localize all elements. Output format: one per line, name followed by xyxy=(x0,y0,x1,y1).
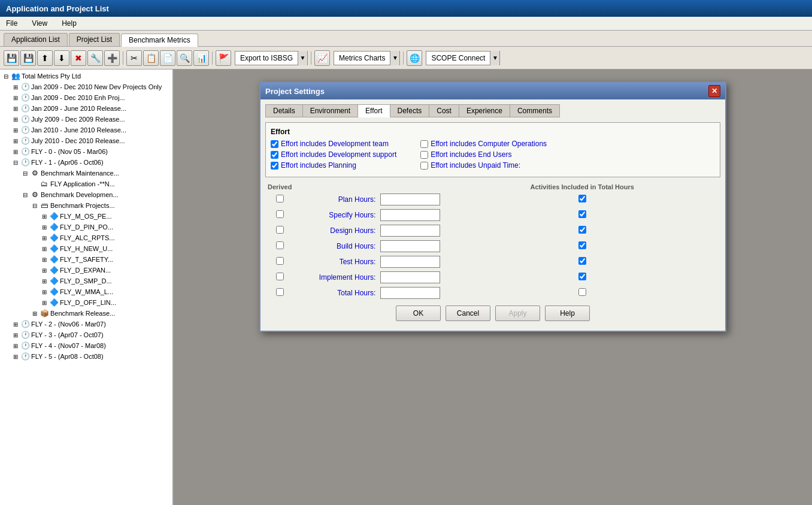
tree-expand[interactable]: ⊟ xyxy=(22,191,29,198)
list-item[interactable]: ⊞ 🕐 FLY - 5 - (Apr08 - Oct08) xyxy=(11,351,171,362)
tree-expand[interactable]: ⊞ xyxy=(12,94,19,101)
list-item[interactable]: ⊞ 🔷 FLY_ALC_RPTS... xyxy=(40,232,171,243)
list-item[interactable]: ⊞ 🕐 FLY - 2 - (Nov06 - Mar07) xyxy=(11,319,171,329)
tab-project-list[interactable]: Project List xyxy=(69,33,120,46)
toolbar-btn-flag[interactable]: 🚩 xyxy=(216,50,231,66)
scope-dropdown[interactable]: SCOPE Connect ▼ xyxy=(426,51,500,65)
apply-button[interactable]: Apply xyxy=(495,306,540,321)
list-item[interactable]: ⊞ 🔷 FLY_M_OS_PE... xyxy=(40,211,171,222)
toolbar-btn-copy[interactable]: 📋 xyxy=(143,50,159,66)
derived-check-3[interactable] xyxy=(276,241,284,249)
export-arrow[interactable]: ▼ xyxy=(298,51,307,65)
tree-expand[interactable]: ⊞ xyxy=(12,331,19,338)
tree-expand[interactable]: ⊞ xyxy=(12,137,19,144)
checkbox-dev-support[interactable] xyxy=(271,151,278,159)
tree-expand[interactable]: ⊞ xyxy=(12,148,19,155)
list-item[interactable]: ⊟ ⚙ Benchmark Developmen... xyxy=(20,189,171,200)
list-item[interactable]: ⊞ 🕐 Jan 2010 - June 2010 Release... xyxy=(11,125,171,135)
tree-expand[interactable]: ⊟ xyxy=(31,202,38,209)
act-check-2[interactable] xyxy=(578,226,586,234)
list-item[interactable]: ⊞ 🔷 FLY_D_PIN_PO... xyxy=(40,222,171,232)
tree-expand-root[interactable]: ⊟ xyxy=(2,72,10,80)
list-item[interactable]: ⊞ 📦 Benchmark Release... xyxy=(30,308,171,319)
tab-comments[interactable]: Comments xyxy=(510,104,560,117)
toolbar-btn-metrics-icon[interactable]: 📈 xyxy=(314,50,330,66)
derived-check-4[interactable] xyxy=(276,257,284,265)
hours-input-0[interactable]: 0 xyxy=(380,193,440,205)
tab-effort[interactable]: Effort xyxy=(358,104,390,117)
ok-button[interactable]: OK xyxy=(396,306,441,321)
tree-expand[interactable]: ⊟ xyxy=(22,170,29,177)
list-item[interactable]: ⊞ 🔷 FLY_H_NEW_U... xyxy=(40,243,171,254)
toolbar-btn-delete[interactable]: ✖ xyxy=(71,50,86,66)
scope-arrow[interactable]: ▼ xyxy=(490,51,499,65)
list-item[interactable]: ⊞ 🕐 Jan 2009 - Dec 2010 New Dev Projects… xyxy=(11,81,171,92)
tree-expand[interactable]: ⊞ xyxy=(12,116,19,123)
export-dropdown[interactable]: Export to ISBSG ▼ xyxy=(235,51,308,65)
toolbar-btn-up[interactable]: ⬆ xyxy=(37,50,53,66)
list-item[interactable]: ⊞ 🔷 FLY_D_SMP_D... xyxy=(40,276,171,286)
hours-input-2[interactable]: 450 xyxy=(380,225,440,237)
tree-expand[interactable]: ⊞ xyxy=(12,342,19,349)
toolbar-btn-save2[interactable]: 💾 xyxy=(20,50,36,66)
toolbar-btn-scope-icon[interactable]: 🌐 xyxy=(407,50,422,66)
menu-view[interactable]: View xyxy=(29,18,50,29)
list-item[interactable]: 🗂 FLY Application -**N... xyxy=(30,179,171,189)
tab-application-list[interactable]: Application List xyxy=(4,33,68,46)
toolbar-btn-add[interactable]: ➕ xyxy=(104,50,120,66)
hours-input-5[interactable]: 1 xyxy=(380,271,440,283)
checkbox-dev-team[interactable] xyxy=(271,140,278,148)
list-item[interactable]: ⊞ 🕐 FLY - 4 - (Nov07 - Mar08) xyxy=(11,340,171,351)
tree-expand[interactable]: ⊞ xyxy=(41,256,48,263)
cancel-button[interactable]: Cancel xyxy=(446,306,490,321)
list-item[interactable]: ⊞ 🕐 FLY - 3 - (Apr07 - Oct07) xyxy=(11,329,171,340)
checkbox-unpaid-time[interactable] xyxy=(420,162,428,170)
act-check-5[interactable] xyxy=(578,273,586,280)
checkbox-computer-ops[interactable] xyxy=(420,140,428,148)
list-item[interactable]: ⊞ 🕐 FLY - 0 - (Nov 05 - Mar06) xyxy=(11,146,171,157)
derived-check-5[interactable] xyxy=(276,273,284,280)
toolbar-btn-search[interactable]: 🔍 xyxy=(177,50,192,66)
act-check-6[interactable] xyxy=(578,288,586,296)
list-item[interactable]: ⊞ 🕐 Jan 2009 - June 2010 Release... xyxy=(11,103,171,114)
menu-file[interactable]: File xyxy=(4,18,20,29)
tree-expand[interactable]: ⊞ xyxy=(12,83,19,90)
derived-check-1[interactable] xyxy=(276,210,284,218)
tree-expand[interactable]: ⊞ xyxy=(41,267,48,274)
tree-expand[interactable]: ⊟ xyxy=(12,159,19,166)
tree-expand[interactable]: ⊞ xyxy=(41,245,48,252)
tree-root[interactable]: ⊟ 👥 Total Metrics Pty Ltd xyxy=(1,71,171,81)
hours-input-3[interactable]: 923 xyxy=(380,240,440,252)
toolbar-btn-wrench[interactable]: 🔧 xyxy=(87,50,103,66)
tree-expand[interactable]: ⊞ xyxy=(41,288,48,295)
tree-expand[interactable]: ⊞ xyxy=(12,353,19,360)
tab-benchmark-metrics[interactable]: Benchmark Metrics xyxy=(121,34,198,47)
tree-expand[interactable]: ⊞ xyxy=(41,299,48,306)
tab-defects[interactable]: Defects xyxy=(390,104,430,117)
list-item[interactable]: ⊞ 🔷 FLY_D_EXPAN... xyxy=(40,265,171,276)
checkbox-planning[interactable] xyxy=(271,162,278,170)
tree-expand[interactable]: ⊞ xyxy=(12,320,19,328)
tree-expand[interactable]: ⊞ xyxy=(12,105,19,112)
tab-details[interactable]: Details xyxy=(265,104,303,117)
tab-cost[interactable]: Cost xyxy=(429,104,459,117)
tab-experience[interactable]: Experience xyxy=(459,104,510,117)
tree-expand[interactable]: ⊞ xyxy=(41,234,48,241)
tree-expand[interactable]: ⊞ xyxy=(41,213,48,220)
act-check-3[interactable] xyxy=(578,241,586,249)
derived-check-0[interactable] xyxy=(276,195,284,202)
list-item[interactable]: ⊞ 🕐 Jan 2009 - Dec 2010 Enh Proj... xyxy=(11,92,171,103)
tree-expand[interactable]: ⊞ xyxy=(41,277,48,285)
menu-help[interactable]: Help xyxy=(59,18,79,29)
metrics-arrow[interactable]: ▼ xyxy=(390,51,399,65)
derived-check-2[interactable] xyxy=(276,226,284,234)
act-check-0[interactable] xyxy=(578,195,586,202)
toolbar-btn-chart[interactable]: 📊 xyxy=(193,50,209,66)
act-check-4[interactable] xyxy=(578,257,586,265)
toolbar-btn-save[interactable]: 💾 xyxy=(4,50,19,66)
hours-input-1[interactable]: 308 xyxy=(380,209,440,221)
list-item[interactable]: ⊟ 🕐 FLY - 1 - (Apr06 - Oct06) xyxy=(11,157,171,168)
list-item[interactable]: ⊞ 🕐 July 2009 - Dec 2009 Release... xyxy=(11,114,171,125)
metrics-dropdown[interactable]: Metrics Charts ▼ xyxy=(334,51,400,65)
list-item[interactable]: ⊟ 🗃 Benchmark Projects... xyxy=(30,200,171,211)
